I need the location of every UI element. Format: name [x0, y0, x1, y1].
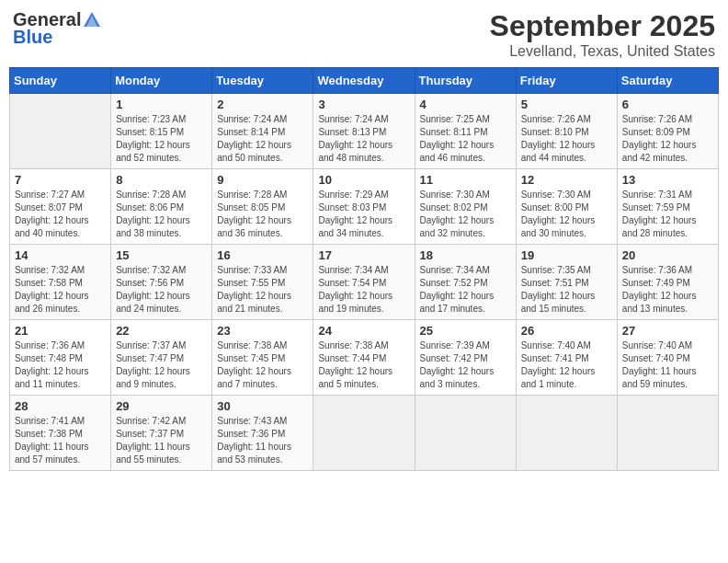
page-header: General Blue September 2025 Levelland, T… — [9, 9, 719, 60]
calendar-cell — [516, 396, 617, 471]
logo: General Blue — [13, 9, 104, 48]
calendar-week-row: 14Sunrise: 7:32 AM Sunset: 7:58 PM Dayli… — [10, 245, 719, 320]
calendar-cell: 30Sunrise: 7:43 AM Sunset: 7:36 PM Dayli… — [212, 396, 313, 471]
day-info: Sunrise: 7:34 AM Sunset: 7:54 PM Dayligh… — [318, 264, 409, 316]
calendar-cell: 21Sunrise: 7:36 AM Sunset: 7:48 PM Dayli… — [10, 320, 111, 396]
calendar-cell: 4Sunrise: 7:25 AM Sunset: 8:11 PM Daylig… — [415, 94, 516, 169]
calendar-cell — [313, 396, 415, 471]
calendar-cell: 6Sunrise: 7:26 AM Sunset: 8:09 PM Daylig… — [617, 94, 718, 169]
day-number: 20 — [622, 248, 713, 262]
day-info: Sunrise: 7:29 AM Sunset: 8:03 PM Dayligh… — [318, 189, 409, 240]
title-block: September 2025 Levelland, Texas, United … — [490, 9, 715, 60]
day-info: Sunrise: 7:25 AM Sunset: 8:11 PM Dayligh… — [420, 113, 511, 165]
day-info: Sunrise: 7:41 AM Sunset: 7:38 PM Dayligh… — [15, 415, 106, 466]
day-number: 3 — [318, 98, 409, 111]
weekday-header: Friday — [516, 68, 617, 94]
day-number: 19 — [521, 248, 612, 262]
weekday-header: Wednesday — [313, 68, 415, 94]
calendar-cell: 11Sunrise: 7:30 AM Sunset: 8:02 PM Dayli… — [415, 169, 516, 245]
month-title: September 2025 — [490, 9, 715, 43]
calendar-cell: 23Sunrise: 7:38 AM Sunset: 7:45 PM Dayli… — [212, 320, 313, 396]
day-info: Sunrise: 7:32 AM Sunset: 7:56 PM Dayligh… — [116, 264, 207, 316]
day-info: Sunrise: 7:39 AM Sunset: 7:42 PM Dayligh… — [420, 339, 511, 391]
calendar-cell: 16Sunrise: 7:33 AM Sunset: 7:55 PM Dayli… — [212, 245, 313, 320]
day-info: Sunrise: 7:31 AM Sunset: 7:59 PM Dayligh… — [622, 189, 713, 240]
day-number: 18 — [420, 248, 511, 262]
day-info: Sunrise: 7:30 AM Sunset: 8:02 PM Dayligh… — [420, 189, 511, 240]
weekday-header: Thursday — [415, 68, 516, 94]
day-info: Sunrise: 7:43 AM Sunset: 7:36 PM Dayligh… — [217, 415, 308, 466]
calendar-cell: 7Sunrise: 7:27 AM Sunset: 8:07 PM Daylig… — [10, 169, 111, 245]
calendar-cell: 9Sunrise: 7:28 AM Sunset: 8:05 PM Daylig… — [212, 169, 313, 245]
calendar-week-row: 1Sunrise: 7:23 AM Sunset: 8:15 PM Daylig… — [10, 94, 719, 169]
calendar-cell: 18Sunrise: 7:34 AM Sunset: 7:52 PM Dayli… — [415, 245, 516, 320]
day-number: 11 — [420, 173, 511, 187]
calendar-cell: 2Sunrise: 7:24 AM Sunset: 8:14 PM Daylig… — [212, 94, 313, 169]
day-info: Sunrise: 7:42 AM Sunset: 7:37 PM Dayligh… — [116, 415, 207, 466]
weekday-header-row: SundayMondayTuesdayWednesdayThursdayFrid… — [10, 68, 719, 94]
calendar-cell: 15Sunrise: 7:32 AM Sunset: 7:56 PM Dayli… — [111, 245, 212, 320]
day-info: Sunrise: 7:28 AM Sunset: 8:05 PM Dayligh… — [217, 189, 308, 240]
day-number: 26 — [521, 324, 612, 338]
calendar-cell: 12Sunrise: 7:30 AM Sunset: 8:00 PM Dayli… — [516, 169, 617, 245]
calendar-cell: 24Sunrise: 7:38 AM Sunset: 7:44 PM Dayli… — [313, 320, 415, 396]
day-number: 12 — [521, 173, 612, 187]
calendar-cell: 22Sunrise: 7:37 AM Sunset: 7:47 PM Dayli… — [111, 320, 212, 396]
calendar-week-row: 7Sunrise: 7:27 AM Sunset: 8:07 PM Daylig… — [10, 169, 719, 245]
calendar-cell: 10Sunrise: 7:29 AM Sunset: 8:03 PM Dayli… — [313, 169, 415, 245]
day-info: Sunrise: 7:34 AM Sunset: 7:52 PM Dayligh… — [420, 264, 511, 316]
calendar-cell — [617, 396, 718, 471]
calendar-week-row: 28Sunrise: 7:41 AM Sunset: 7:38 PM Dayli… — [10, 396, 719, 471]
logo-icon — [82, 10, 102, 30]
day-number: 1 — [116, 98, 207, 111]
day-number: 22 — [116, 324, 207, 338]
location: Levelland, Texas, United States — [490, 43, 715, 60]
day-info: Sunrise: 7:40 AM Sunset: 7:40 PM Dayligh… — [622, 339, 713, 391]
calendar-cell: 1Sunrise: 7:23 AM Sunset: 8:15 PM Daylig… — [111, 94, 212, 169]
calendar-cell: 8Sunrise: 7:28 AM Sunset: 8:06 PM Daylig… — [111, 169, 212, 245]
calendar-cell: 14Sunrise: 7:32 AM Sunset: 7:58 PM Dayli… — [10, 245, 111, 320]
calendar-cell: 20Sunrise: 7:36 AM Sunset: 7:49 PM Dayli… — [617, 245, 718, 320]
weekday-header: Saturday — [617, 68, 718, 94]
day-info: Sunrise: 7:38 AM Sunset: 7:44 PM Dayligh… — [318, 339, 409, 391]
day-info: Sunrise: 7:38 AM Sunset: 7:45 PM Dayligh… — [217, 339, 308, 391]
day-number: 27 — [622, 324, 713, 338]
day-number: 14 — [15, 248, 106, 262]
day-info: Sunrise: 7:24 AM Sunset: 8:14 PM Dayligh… — [217, 113, 308, 165]
calendar-cell: 13Sunrise: 7:31 AM Sunset: 7:59 PM Dayli… — [617, 169, 718, 245]
day-info: Sunrise: 7:26 AM Sunset: 8:09 PM Dayligh… — [622, 113, 713, 165]
weekday-header: Monday — [111, 68, 212, 94]
weekday-header: Sunday — [10, 68, 111, 94]
calendar-table: SundayMondayTuesdayWednesdayThursdayFrid… — [9, 67, 719, 471]
day-info: Sunrise: 7:37 AM Sunset: 7:47 PM Dayligh… — [116, 339, 207, 391]
calendar-cell: 3Sunrise: 7:24 AM Sunset: 8:13 PM Daylig… — [313, 94, 415, 169]
day-number: 29 — [116, 399, 207, 413]
day-info: Sunrise: 7:33 AM Sunset: 7:55 PM Dayligh… — [217, 264, 308, 316]
day-info: Sunrise: 7:26 AM Sunset: 8:10 PM Dayligh… — [521, 113, 612, 165]
day-info: Sunrise: 7:24 AM Sunset: 8:13 PM Dayligh… — [318, 113, 409, 165]
day-info: Sunrise: 7:36 AM Sunset: 7:49 PM Dayligh… — [622, 264, 713, 316]
day-number: 7 — [15, 173, 106, 187]
day-info: Sunrise: 7:35 AM Sunset: 7:51 PM Dayligh… — [521, 264, 612, 316]
day-number: 4 — [420, 98, 511, 111]
day-info: Sunrise: 7:27 AM Sunset: 8:07 PM Dayligh… — [15, 189, 106, 240]
calendar-week-row: 21Sunrise: 7:36 AM Sunset: 7:48 PM Dayli… — [10, 320, 719, 396]
day-info: Sunrise: 7:30 AM Sunset: 8:00 PM Dayligh… — [521, 189, 612, 240]
day-info: Sunrise: 7:23 AM Sunset: 8:15 PM Dayligh… — [116, 113, 207, 165]
day-number: 21 — [15, 324, 106, 338]
day-number: 25 — [420, 324, 511, 338]
day-number: 17 — [318, 248, 409, 262]
day-number: 30 — [217, 399, 308, 413]
calendar-cell: 5Sunrise: 7:26 AM Sunset: 8:10 PM Daylig… — [516, 94, 617, 169]
day-number: 15 — [116, 248, 207, 262]
day-number: 13 — [622, 173, 713, 187]
day-number: 8 — [116, 173, 207, 187]
day-number: 9 — [217, 173, 308, 187]
logo-blue-text: Blue — [13, 27, 52, 48]
calendar-cell: 28Sunrise: 7:41 AM Sunset: 7:38 PM Dayli… — [10, 396, 111, 471]
day-info: Sunrise: 7:28 AM Sunset: 8:06 PM Dayligh… — [116, 189, 207, 240]
day-number: 6 — [622, 98, 713, 111]
day-number: 24 — [318, 324, 409, 338]
calendar-cell: 29Sunrise: 7:42 AM Sunset: 7:37 PM Dayli… — [111, 396, 212, 471]
calendar-cell: 19Sunrise: 7:35 AM Sunset: 7:51 PM Dayli… — [516, 245, 617, 320]
